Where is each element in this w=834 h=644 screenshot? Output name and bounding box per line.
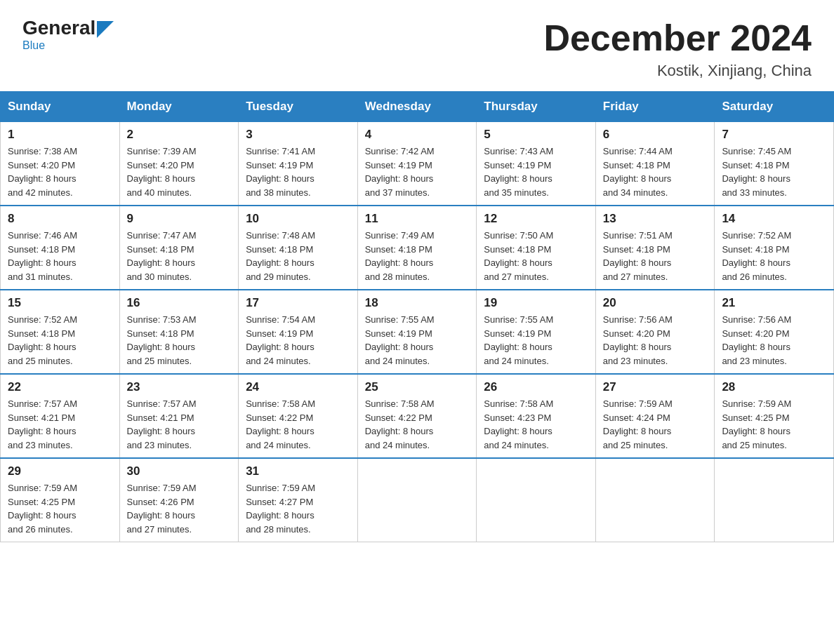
- day-number: 26: [484, 380, 588, 394]
- calendar-week-1: 1Sunrise: 7:38 AMSunset: 4:20 PMDaylight…: [1, 121, 834, 206]
- day-info: Sunrise: 7:56 AMSunset: 4:20 PMDaylight:…: [722, 313, 826, 368]
- day-number: 1: [8, 128, 112, 142]
- day-info: Sunrise: 7:52 AMSunset: 4:18 PMDaylight:…: [8, 313, 112, 368]
- month-title: December 2024: [543, 17, 812, 59]
- day-number: 3: [246, 128, 350, 142]
- calendar-cell: 3Sunrise: 7:41 AMSunset: 4:19 PMDaylight…: [239, 121, 358, 206]
- day-info: Sunrise: 7:47 AMSunset: 4:18 PMDaylight:…: [127, 229, 232, 283]
- day-number: 9: [127, 212, 232, 226]
- calendar-cell: 1Sunrise: 7:38 AMSunset: 4:20 PMDaylight…: [1, 121, 120, 206]
- day-info: Sunrise: 7:57 AMSunset: 4:21 PMDaylight:…: [127, 397, 232, 452]
- day-number: 5: [484, 128, 588, 142]
- calendar-cell: 12Sunrise: 7:50 AMSunset: 4:18 PMDayligh…: [477, 206, 596, 290]
- logo-general-text: General: [22, 17, 95, 39]
- calendar-header-tuesday: Tuesday: [239, 92, 358, 121]
- day-number: 13: [603, 212, 708, 226]
- calendar-header-saturday: Saturday: [715, 92, 834, 121]
- day-number: 16: [127, 296, 232, 310]
- day-number: 18: [365, 296, 470, 310]
- calendar-header-sunday: Sunday: [1, 92, 120, 121]
- calendar-cell: 2Sunrise: 7:39 AMSunset: 4:20 PMDaylight…: [119, 121, 239, 206]
- day-info: Sunrise: 7:57 AMSunset: 4:21 PMDaylight:…: [8, 397, 112, 452]
- calendar-week-4: 22Sunrise: 7:57 AMSunset: 4:21 PMDayligh…: [1, 374, 834, 458]
- day-number: 23: [127, 380, 232, 394]
- day-info: Sunrise: 7:48 AMSunset: 4:18 PMDaylight:…: [246, 229, 350, 283]
- day-info: Sunrise: 7:59 AMSunset: 4:24 PMDaylight:…: [603, 397, 708, 452]
- day-number: 7: [722, 128, 826, 142]
- calendar-week-5: 29Sunrise: 7:59 AMSunset: 4:25 PMDayligh…: [1, 458, 834, 542]
- calendar-cell: 13Sunrise: 7:51 AMSunset: 4:18 PMDayligh…: [595, 206, 715, 290]
- day-number: 8: [8, 212, 112, 226]
- calendar-week-2: 8Sunrise: 7:46 AMSunset: 4:18 PMDaylight…: [1, 206, 834, 290]
- calendar-cell: 28Sunrise: 7:59 AMSunset: 4:25 PMDayligh…: [715, 374, 834, 458]
- calendar-cell: 26Sunrise: 7:58 AMSunset: 4:23 PMDayligh…: [477, 374, 596, 458]
- logo-arrow-icon: [97, 21, 114, 38]
- calendar-cell: [477, 458, 596, 542]
- day-info: Sunrise: 7:55 AMSunset: 4:19 PMDaylight:…: [484, 313, 588, 368]
- day-info: Sunrise: 7:55 AMSunset: 4:19 PMDaylight:…: [365, 313, 470, 368]
- calendar-week-3: 15Sunrise: 7:52 AMSunset: 4:18 PMDayligh…: [1, 290, 834, 374]
- day-number: 12: [484, 212, 588, 226]
- day-number: 19: [484, 296, 588, 310]
- calendar-table: SundayMondayTuesdayWednesdayThursdayFrid…: [0, 91, 834, 542]
- calendar-cell: 27Sunrise: 7:59 AMSunset: 4:24 PMDayligh…: [595, 374, 715, 458]
- calendar-header-thursday: Thursday: [477, 92, 596, 121]
- calendar-header-wednesday: Wednesday: [357, 92, 477, 121]
- day-number: 6: [603, 128, 708, 142]
- day-number: 31: [246, 464, 350, 478]
- calendar-cell: 30Sunrise: 7:59 AMSunset: 4:26 PMDayligh…: [119, 458, 239, 542]
- day-info: Sunrise: 7:58 AMSunset: 4:22 PMDaylight:…: [365, 397, 470, 452]
- calendar-cell: 8Sunrise: 7:46 AMSunset: 4:18 PMDaylight…: [1, 206, 120, 290]
- day-info: Sunrise: 7:59 AMSunset: 4:26 PMDaylight:…: [127, 481, 232, 536]
- day-info: Sunrise: 7:41 AMSunset: 4:19 PMDaylight:…: [246, 145, 350, 199]
- day-number: 17: [246, 296, 350, 310]
- day-info: Sunrise: 7:59 AMSunset: 4:25 PMDaylight:…: [722, 397, 826, 452]
- calendar-cell: 6Sunrise: 7:44 AMSunset: 4:18 PMDaylight…: [595, 121, 715, 206]
- day-info: Sunrise: 7:43 AMSunset: 4:19 PMDaylight:…: [484, 145, 588, 199]
- day-number: 21: [722, 296, 826, 310]
- day-number: 4: [365, 128, 470, 142]
- calendar-cell: 15Sunrise: 7:52 AMSunset: 4:18 PMDayligh…: [1, 290, 120, 374]
- calendar-cell: 10Sunrise: 7:48 AMSunset: 4:18 PMDayligh…: [239, 206, 358, 290]
- day-info: Sunrise: 7:59 AMSunset: 4:25 PMDaylight:…: [8, 481, 112, 536]
- day-info: Sunrise: 7:59 AMSunset: 4:27 PMDaylight:…: [246, 481, 350, 536]
- day-number: 29: [8, 464, 112, 478]
- day-info: Sunrise: 7:42 AMSunset: 4:19 PMDaylight:…: [365, 145, 470, 199]
- day-number: 2: [127, 128, 232, 142]
- calendar-cell: 14Sunrise: 7:52 AMSunset: 4:18 PMDayligh…: [715, 206, 834, 290]
- location: Kostik, Xinjiang, China: [543, 62, 812, 80]
- calendar-cell: 7Sunrise: 7:45 AMSunset: 4:18 PMDaylight…: [715, 121, 834, 206]
- calendar-cell: 22Sunrise: 7:57 AMSunset: 4:21 PMDayligh…: [1, 374, 120, 458]
- page-header: General Blue December 2024 Kostik, Xinji…: [0, 0, 834, 91]
- day-number: 15: [8, 296, 112, 310]
- calendar-cell: 9Sunrise: 7:47 AMSunset: 4:18 PMDaylight…: [119, 206, 239, 290]
- calendar-cell: 5Sunrise: 7:43 AMSunset: 4:19 PMDaylight…: [477, 121, 596, 206]
- day-info: Sunrise: 7:44 AMSunset: 4:18 PMDaylight:…: [603, 145, 708, 199]
- day-number: 25: [365, 380, 470, 394]
- day-info: Sunrise: 7:46 AMSunset: 4:18 PMDaylight:…: [8, 229, 112, 283]
- logo: General Blue: [22, 17, 115, 52]
- calendar-cell: 4Sunrise: 7:42 AMSunset: 4:19 PMDaylight…: [357, 121, 477, 206]
- day-number: 30: [127, 464, 232, 478]
- calendar-cell: 19Sunrise: 7:55 AMSunset: 4:19 PMDayligh…: [477, 290, 596, 374]
- day-info: Sunrise: 7:58 AMSunset: 4:22 PMDaylight:…: [246, 397, 350, 452]
- day-info: Sunrise: 7:58 AMSunset: 4:23 PMDaylight:…: [484, 397, 588, 452]
- calendar-header-monday: Monday: [119, 92, 239, 121]
- day-info: Sunrise: 7:38 AMSunset: 4:20 PMDaylight:…: [8, 145, 112, 199]
- calendar-cell: 20Sunrise: 7:56 AMSunset: 4:20 PMDayligh…: [595, 290, 715, 374]
- day-info: Sunrise: 7:51 AMSunset: 4:18 PMDaylight:…: [603, 229, 708, 283]
- calendar-cell: [715, 458, 834, 542]
- day-number: 22: [8, 380, 112, 394]
- day-info: Sunrise: 7:54 AMSunset: 4:19 PMDaylight:…: [246, 313, 350, 368]
- logo-blue-text: Blue: [22, 39, 45, 52]
- day-info: Sunrise: 7:53 AMSunset: 4:18 PMDaylight:…: [127, 313, 232, 368]
- calendar-cell: 21Sunrise: 7:56 AMSunset: 4:20 PMDayligh…: [715, 290, 834, 374]
- calendar-header-row: SundayMondayTuesdayWednesdayThursdayFrid…: [1, 92, 834, 121]
- calendar-cell: 23Sunrise: 7:57 AMSunset: 4:21 PMDayligh…: [119, 374, 239, 458]
- calendar-cell: 29Sunrise: 7:59 AMSunset: 4:25 PMDayligh…: [1, 458, 120, 542]
- day-info: Sunrise: 7:45 AMSunset: 4:18 PMDaylight:…: [722, 145, 826, 199]
- day-number: 11: [365, 212, 470, 226]
- day-number: 14: [722, 212, 826, 226]
- calendar-cell: [357, 458, 477, 542]
- calendar-cell: [595, 458, 715, 542]
